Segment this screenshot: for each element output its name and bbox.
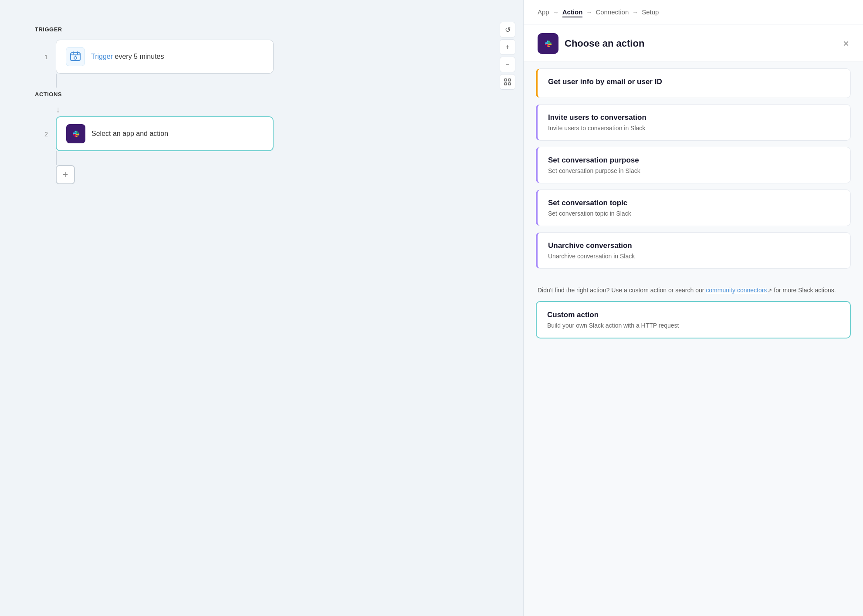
action-get-user-info-title: Get user info by email or user ID — [548, 78, 840, 86]
panel-content: Get user info by email or user ID Invite… — [524, 61, 863, 616]
action-card-set-purpose[interactable]: Set conversation purpose Set conversatio… — [536, 147, 851, 183]
action-invite-users-desc: Invite users to conversation in Slack — [548, 125, 840, 132]
action-set-purpose-title: Set conversation purpose — [548, 156, 840, 165]
panel-nav: App → Action → Connection → Setup — [524, 0, 863, 24]
actions-label: ACTIONS — [35, 91, 488, 98]
canvas-content: TRIGGER 1 Trigger every 5 minutes — [0, 0, 523, 210]
action-set-topic-desc: Set conversation topic in Slack — [548, 210, 840, 217]
action-card-set-topic[interactable]: Set conversation topic Set conversation … — [536, 190, 851, 226]
zoom-in-button[interactable]: + — [500, 39, 515, 55]
panel-header-left: Choose an action — [538, 33, 644, 54]
panel-slack-icon — [538, 33, 558, 54]
external-link-icon: ↗ — [768, 288, 772, 294]
action-card-invite-users[interactable]: Invite users to conversation Invite user… — [536, 104, 851, 141]
zoom-out-button[interactable]: − — [500, 57, 515, 72]
bottom-text-post: for more Slack actions. — [772, 287, 836, 294]
community-connectors-link[interactable]: community connectors — [706, 287, 767, 294]
custom-action-desc: Build your own Slack action with a HTTP … — [547, 322, 839, 329]
step1-row: 1 Trigger every 5 minutes — [35, 40, 488, 74]
action-set-purpose-desc: Set conversation purpose in Slack — [548, 167, 840, 174]
step1-number: 1 — [35, 53, 48, 61]
action-card-get-user-info[interactable]: Get user info by email or user ID — [536, 68, 851, 98]
nav-connection[interactable]: Connection — [596, 7, 629, 17]
custom-action-title: Custom action — [547, 311, 839, 319]
step1-text-post: every 5 minutes — [113, 53, 164, 60]
refresh-button[interactable]: ↺ — [500, 22, 515, 37]
svg-rect-1 — [508, 79, 511, 81]
nav-arrow-3: → — [632, 9, 638, 16]
svg-rect-0 — [504, 79, 507, 81]
action-card-unarchive[interactable]: Unarchive conversation Unarchive convers… — [536, 232, 851, 269]
trigger-icon — [66, 47, 85, 66]
action-unarchive-desc: Unarchive conversation in Slack — [548, 253, 840, 260]
nav-action[interactable]: Action — [562, 7, 583, 17]
panel-title: Choose an action — [565, 38, 644, 49]
add-step-button[interactable]: + — [56, 165, 75, 184]
bottom-text-pre: Didn't find the right action? Use a cust… — [538, 287, 706, 294]
step1-card[interactable]: Trigger every 5 minutes — [56, 40, 274, 74]
svg-rect-3 — [508, 83, 511, 85]
step2-card[interactable]: Select an app and action — [56, 116, 274, 151]
trigger-label: TRIGGER — [35, 26, 488, 33]
connector-2 — [56, 151, 57, 165]
nav-app[interactable]: App — [538, 7, 549, 17]
nav-arrow-1: → — [553, 9, 559, 16]
actions-section: ACTIONS ↓ 2 — [35, 91, 488, 184]
connector-1 — [56, 74, 57, 88]
nav-setup[interactable]: Setup — [642, 7, 659, 17]
step1-label: Trigger every 5 minutes — [91, 53, 164, 61]
canvas-toolbar: ↺ + − — [500, 22, 515, 90]
nav-arrow-2: → — [586, 9, 592, 16]
step2-label: Select an app and action — [91, 130, 168, 138]
right-panel: App → Action → Connection → Setup C — [523, 0, 863, 616]
action-card-custom[interactable]: Custom action Build your own Slack actio… — [536, 301, 851, 338]
svg-rect-2 — [504, 83, 507, 85]
spacer — [536, 275, 851, 285]
action-invite-users-title: Invite users to conversation — [548, 113, 840, 122]
panel-header: Choose an action × — [524, 24, 863, 61]
action-set-topic-title: Set conversation topic — [548, 199, 840, 207]
step1-highlight: Trigger — [91, 53, 113, 60]
step2-number: 2 — [35, 130, 48, 138]
canvas-area: ↺ + − TRIGGER 1 — [0, 0, 523, 616]
bottom-text: Didn't find the right action? Use a cust… — [536, 285, 851, 295]
action-unarchive-title: Unarchive conversation — [548, 241, 840, 250]
arrow-connector: ↓ — [56, 105, 488, 115]
svg-point-8 — [74, 57, 77, 59]
close-button[interactable]: × — [843, 38, 849, 49]
step2-row: 2 — [35, 116, 488, 151]
add-btn-row: + — [35, 165, 488, 184]
step2-slack-icon — [66, 124, 85, 143]
fit-button[interactable] — [500, 74, 515, 90]
